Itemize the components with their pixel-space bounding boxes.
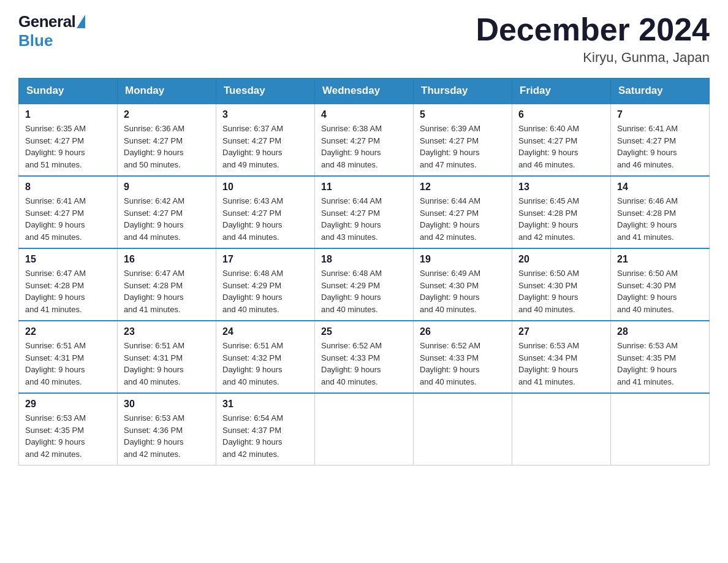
week-row-5: 29 Sunrise: 6:53 AM Sunset: 4:35 PM Dayl… bbox=[19, 393, 710, 465]
day-info: Sunrise: 6:49 AM Sunset: 4:30 PM Dayligh… bbox=[420, 267, 506, 315]
logo-general-text: General bbox=[18, 12, 75, 31]
day-info: Sunrise: 6:44 AM Sunset: 4:27 PM Dayligh… bbox=[321, 195, 407, 243]
day-number: 2 bbox=[124, 109, 210, 120]
weekday-header-row: Sunday Monday Tuesday Wednesday Thursday… bbox=[19, 79, 710, 104]
calendar-cell: 30 Sunrise: 6:53 AM Sunset: 4:36 PM Dayl… bbox=[118, 393, 216, 465]
calendar-cell: 13 Sunrise: 6:45 AM Sunset: 4:28 PM Dayl… bbox=[512, 176, 611, 248]
calendar-cell bbox=[611, 393, 710, 465]
location-text: Kiryu, Gunma, Japan bbox=[476, 50, 710, 66]
calendar-cell: 8 Sunrise: 6:41 AM Sunset: 4:27 PM Dayli… bbox=[19, 176, 118, 248]
day-number: 24 bbox=[222, 326, 308, 337]
day-number: 14 bbox=[617, 182, 703, 193]
day-number: 31 bbox=[222, 399, 308, 410]
day-number: 3 bbox=[222, 109, 308, 120]
day-number: 13 bbox=[518, 182, 604, 193]
day-info: Sunrise: 6:39 AM Sunset: 4:27 PM Dayligh… bbox=[420, 123, 506, 170]
month-title: December 2024 bbox=[476, 12, 710, 47]
calendar-cell: 4 Sunrise: 6:38 AM Sunset: 4:27 PM Dayli… bbox=[315, 104, 414, 176]
calendar-cell: 19 Sunrise: 6:49 AM Sunset: 4:30 PM Dayl… bbox=[414, 248, 512, 321]
week-row-4: 22 Sunrise: 6:51 AM Sunset: 4:31 PM Dayl… bbox=[19, 321, 710, 393]
day-number: 12 bbox=[420, 182, 506, 193]
header-monday: Monday bbox=[118, 79, 216, 104]
logo: General Blue bbox=[18, 12, 85, 50]
calendar-cell: 12 Sunrise: 6:44 AM Sunset: 4:27 PM Dayl… bbox=[414, 176, 512, 248]
day-info: Sunrise: 6:41 AM Sunset: 4:27 PM Dayligh… bbox=[617, 123, 703, 170]
day-info: Sunrise: 6:44 AM Sunset: 4:27 PM Dayligh… bbox=[420, 195, 506, 243]
day-number: 9 bbox=[124, 182, 210, 193]
day-info: Sunrise: 6:37 AM Sunset: 4:27 PM Dayligh… bbox=[222, 123, 308, 170]
calendar-cell: 29 Sunrise: 6:53 AM Sunset: 4:35 PM Dayl… bbox=[19, 393, 118, 465]
calendar-cell: 27 Sunrise: 6:53 AM Sunset: 4:34 PM Dayl… bbox=[512, 321, 611, 393]
header-wednesday: Wednesday bbox=[315, 79, 414, 104]
calendar-table: Sunday Monday Tuesday Wednesday Thursday… bbox=[18, 78, 710, 465]
day-number: 29 bbox=[25, 399, 111, 410]
day-info: Sunrise: 6:46 AM Sunset: 4:28 PM Dayligh… bbox=[617, 195, 703, 243]
calendar-cell bbox=[315, 393, 414, 465]
day-number: 21 bbox=[617, 254, 703, 265]
day-number: 7 bbox=[617, 109, 703, 120]
day-number: 16 bbox=[124, 254, 210, 265]
day-info: Sunrise: 6:51 AM Sunset: 4:31 PM Dayligh… bbox=[25, 340, 111, 388]
day-number: 26 bbox=[420, 326, 506, 337]
day-number: 30 bbox=[124, 399, 210, 410]
day-number: 5 bbox=[420, 109, 506, 120]
day-info: Sunrise: 6:43 AM Sunset: 4:27 PM Dayligh… bbox=[222, 195, 308, 243]
day-info: Sunrise: 6:53 AM Sunset: 4:34 PM Dayligh… bbox=[518, 340, 604, 388]
week-row-3: 15 Sunrise: 6:47 AM Sunset: 4:28 PM Dayl… bbox=[19, 248, 710, 321]
day-info: Sunrise: 6:42 AM Sunset: 4:27 PM Dayligh… bbox=[124, 195, 210, 243]
calendar-cell bbox=[414, 393, 512, 465]
calendar-cell: 20 Sunrise: 6:50 AM Sunset: 4:30 PM Dayl… bbox=[512, 248, 611, 321]
week-row-1: 1 Sunrise: 6:35 AM Sunset: 4:27 PM Dayli… bbox=[19, 104, 710, 176]
calendar-cell: 10 Sunrise: 6:43 AM Sunset: 4:27 PM Dayl… bbox=[216, 176, 315, 248]
day-number: 22 bbox=[25, 326, 111, 337]
calendar-cell: 11 Sunrise: 6:44 AM Sunset: 4:27 PM Dayl… bbox=[315, 176, 414, 248]
calendar-cell bbox=[512, 393, 611, 465]
logo-blue-text: Blue bbox=[18, 31, 53, 50]
week-row-2: 8 Sunrise: 6:41 AM Sunset: 4:27 PM Dayli… bbox=[19, 176, 710, 248]
day-info: Sunrise: 6:52 AM Sunset: 4:33 PM Dayligh… bbox=[321, 340, 407, 388]
day-number: 28 bbox=[617, 326, 703, 337]
calendar-cell: 15 Sunrise: 6:47 AM Sunset: 4:28 PM Dayl… bbox=[19, 248, 118, 321]
calendar-cell: 5 Sunrise: 6:39 AM Sunset: 4:27 PM Dayli… bbox=[414, 104, 512, 176]
day-info: Sunrise: 6:47 AM Sunset: 4:28 PM Dayligh… bbox=[124, 267, 210, 315]
calendar-cell: 1 Sunrise: 6:35 AM Sunset: 4:27 PM Dayli… bbox=[19, 104, 118, 176]
day-number: 1 bbox=[25, 109, 111, 120]
calendar-cell: 9 Sunrise: 6:42 AM Sunset: 4:27 PM Dayli… bbox=[118, 176, 216, 248]
day-number: 10 bbox=[222, 182, 308, 193]
calendar-cell: 7 Sunrise: 6:41 AM Sunset: 4:27 PM Dayli… bbox=[611, 104, 710, 176]
calendar-cell: 21 Sunrise: 6:50 AM Sunset: 4:30 PM Dayl… bbox=[611, 248, 710, 321]
calendar-cell: 24 Sunrise: 6:51 AM Sunset: 4:32 PM Dayl… bbox=[216, 321, 315, 393]
day-info: Sunrise: 6:53 AM Sunset: 4:36 PM Dayligh… bbox=[124, 412, 210, 460]
calendar-cell: 31 Sunrise: 6:54 AM Sunset: 4:37 PM Dayl… bbox=[216, 393, 315, 465]
day-info: Sunrise: 6:48 AM Sunset: 4:29 PM Dayligh… bbox=[222, 267, 308, 315]
day-info: Sunrise: 6:41 AM Sunset: 4:27 PM Dayligh… bbox=[25, 195, 111, 243]
calendar-cell: 14 Sunrise: 6:46 AM Sunset: 4:28 PM Dayl… bbox=[611, 176, 710, 248]
calendar-cell: 22 Sunrise: 6:51 AM Sunset: 4:31 PM Dayl… bbox=[19, 321, 118, 393]
day-info: Sunrise: 6:53 AM Sunset: 4:35 PM Dayligh… bbox=[617, 340, 703, 388]
title-area: December 2024 Kiryu, Gunma, Japan bbox=[476, 12, 710, 66]
day-number: 23 bbox=[124, 326, 210, 337]
day-info: Sunrise: 6:38 AM Sunset: 4:27 PM Dayligh… bbox=[321, 123, 407, 170]
calendar-cell: 6 Sunrise: 6:40 AM Sunset: 4:27 PM Dayli… bbox=[512, 104, 611, 176]
day-number: 11 bbox=[321, 182, 407, 193]
day-info: Sunrise: 6:50 AM Sunset: 4:30 PM Dayligh… bbox=[617, 267, 703, 315]
day-number: 17 bbox=[222, 254, 308, 265]
header-tuesday: Tuesday bbox=[216, 79, 315, 104]
day-number: 18 bbox=[321, 254, 407, 265]
day-info: Sunrise: 6:53 AM Sunset: 4:35 PM Dayligh… bbox=[25, 412, 111, 460]
header-thursday: Thursday bbox=[414, 79, 512, 104]
page-header: General Blue December 2024 Kiryu, Gunma,… bbox=[18, 12, 710, 66]
calendar-cell: 23 Sunrise: 6:51 AM Sunset: 4:31 PM Dayl… bbox=[118, 321, 216, 393]
calendar-cell: 3 Sunrise: 6:37 AM Sunset: 4:27 PM Dayli… bbox=[216, 104, 315, 176]
day-number: 15 bbox=[25, 254, 111, 265]
logo-triangle-icon bbox=[77, 15, 85, 28]
calendar-cell: 17 Sunrise: 6:48 AM Sunset: 4:29 PM Dayl… bbox=[216, 248, 315, 321]
day-info: Sunrise: 6:50 AM Sunset: 4:30 PM Dayligh… bbox=[518, 267, 604, 315]
day-number: 27 bbox=[518, 326, 604, 337]
header-sunday: Sunday bbox=[19, 79, 118, 104]
day-info: Sunrise: 6:48 AM Sunset: 4:29 PM Dayligh… bbox=[321, 267, 407, 315]
day-number: 8 bbox=[25, 182, 111, 193]
day-info: Sunrise: 6:51 AM Sunset: 4:31 PM Dayligh… bbox=[124, 340, 210, 388]
calendar-cell: 16 Sunrise: 6:47 AM Sunset: 4:28 PM Dayl… bbox=[118, 248, 216, 321]
day-info: Sunrise: 6:47 AM Sunset: 4:28 PM Dayligh… bbox=[25, 267, 111, 315]
